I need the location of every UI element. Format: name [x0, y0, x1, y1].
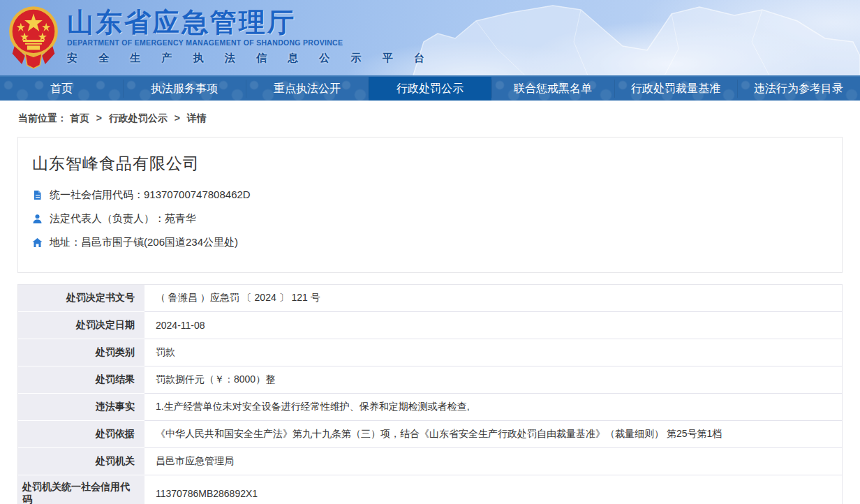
table-row: 处罚依据 《中华人民共和国安全生产法》第九十九条第（三）项，结合《山东省安全生产… — [18, 421, 842, 448]
breadcrumb-penalty-publicity[interactable]: 行政处罚公示 — [109, 112, 168, 124]
row-label-authority-credit-code: 处罚机关统一社会信用代码 — [18, 475, 144, 504]
nav-item-penalty-publicity[interactable]: 行政处罚公示 — [369, 77, 491, 101]
national-emblem-logo — [7, 5, 60, 71]
credit-code-text: 统一社会信用代码：91370700747808462D — [50, 188, 251, 202]
breadcrumb-separator: > — [175, 112, 180, 124]
row-value-penalty-result: 罚款捌仟元（￥：8000）整 — [144, 366, 842, 393]
table-row: 处罚结果 罚款捌仟元（￥：8000）整 — [18, 366, 842, 394]
site-subtitle-english: DEPARTMENT OF EMERGENCY MANAGEMENT OF SH… — [67, 38, 433, 47]
header-titles: 山东省应急管理厅 DEPARTMENT OF EMERGENCY MANAGEM… — [67, 7, 433, 65]
nav-item-discretion-benchmark[interactable]: 行政处罚裁量基准 — [614, 77, 737, 101]
row-value-decision-number: （ 鲁潍昌 ）应急罚 〔 2024 〕 121 号 — [144, 285, 842, 311]
address-line: 地址：昌邑市围子镇(206国道234公里处) — [32, 236, 828, 249]
nav-item-key-enforcement[interactable]: 重点执法公开 — [246, 77, 369, 101]
breadcrumb: 当前位置： 首页 > 行政处罚公示 > 详情 — [0, 101, 860, 134]
row-label-penalty-category: 处罚类别 — [18, 339, 144, 366]
row-label-violation-facts: 违法事实 — [18, 394, 144, 421]
table-row: 违法事实 1.生产经营单位未对安全设备进行经常性维护、保养和定期检测或者检查, — [18, 394, 842, 421]
row-label-penalty-authority: 处罚机关 — [18, 448, 144, 475]
document-icon — [32, 190, 43, 200]
row-value-violation-facts: 1.生产经营单位未对安全设备进行经常性维护、保养和定期检测或者检查, — [144, 394, 842, 420]
penalty-table: 处罚决定书文号 （ 鲁潍昌 ）应急罚 〔 2024 〕 121 号 处罚决定日期… — [17, 284, 843, 504]
site-title: 山东省应急管理厅 — [67, 7, 433, 38]
company-card: 山东智峰食品有限公司 统一社会信用代码：91370700747808462D 法… — [17, 137, 843, 273]
nav-item-violation-catalog[interactable]: 违法行为参考目录 — [737, 77, 860, 101]
site-subtitle-platform: 安 全 生 产 执 法 信 息 公 示 平 台 — [67, 52, 433, 65]
table-row: 处罚类别 罚款 — [18, 339, 842, 366]
address-text: 地址：昌邑市围子镇(206国道234公里处) — [50, 236, 238, 249]
house-icon — [32, 237, 43, 248]
table-row: 处罚决定书文号 （ 鲁潍昌 ）应急罚 〔 2024 〕 121 号 — [18, 285, 842, 312]
site-header: 山东省应急管理厅 DEPARTMENT OF EMERGENCY MANAGEM… — [0, 0, 860, 75]
shandong-map-decoration — [371, 0, 860, 75]
table-row: 处罚机关统一社会信用代码 11370786MB286892X1 — [18, 475, 842, 504]
row-label-decision-number: 处罚决定书文号 — [18, 285, 144, 312]
breadcrumb-detail: 详情 — [187, 112, 207, 124]
company-name: 山东智峰食品有限公司 — [32, 153, 828, 175]
row-value-penalty-category: 罚款 — [144, 339, 842, 366]
breadcrumb-home[interactable]: 首页 — [70, 112, 89, 124]
legal-representative-text: 法定代表人（负责人）：苑青华 — [50, 212, 196, 225]
credit-code-line: 统一社会信用代码：91370700747808462D — [32, 188, 828, 202]
row-value-penalty-basis: 《中华人民共和国安全生产法》第九十九条第（三）项，结合《山东省安全生产行政处罚自… — [144, 421, 842, 447]
row-value-authority-credit-code: 11370786MB286892X1 — [144, 475, 842, 504]
nav-item-blacklist[interactable]: 联合惩戒黑名单 — [491, 77, 614, 101]
row-value-penalty-authority: 昌邑市应急管理局 — [144, 448, 842, 475]
breadcrumb-separator: > — [96, 112, 102, 124]
table-row: 处罚决定日期 2024-11-08 — [18, 312, 842, 339]
table-row: 处罚机关 昌邑市应急管理局 — [18, 448, 842, 475]
row-label-decision-date: 处罚决定日期 — [18, 312, 144, 339]
breadcrumb-prefix: 当前位置： — [18, 112, 67, 124]
nav-item-law-services[interactable]: 执法服务事项 — [123, 77, 246, 101]
row-label-penalty-result: 处罚结果 — [18, 366, 144, 394]
row-label-penalty-basis: 处罚依据 — [18, 421, 144, 448]
person-icon — [32, 214, 43, 224]
legal-representative-line: 法定代表人（负责人）：苑青华 — [32, 212, 828, 225]
row-value-decision-date: 2024-11-08 — [144, 312, 842, 339]
nav-item-home[interactable]: 首页 — [0, 77, 123, 101]
main-nav: 首页 执法服务事项 重点执法公开 行政处罚公示 联合惩戒黑名单 行政处罚裁量基准… — [0, 75, 860, 101]
